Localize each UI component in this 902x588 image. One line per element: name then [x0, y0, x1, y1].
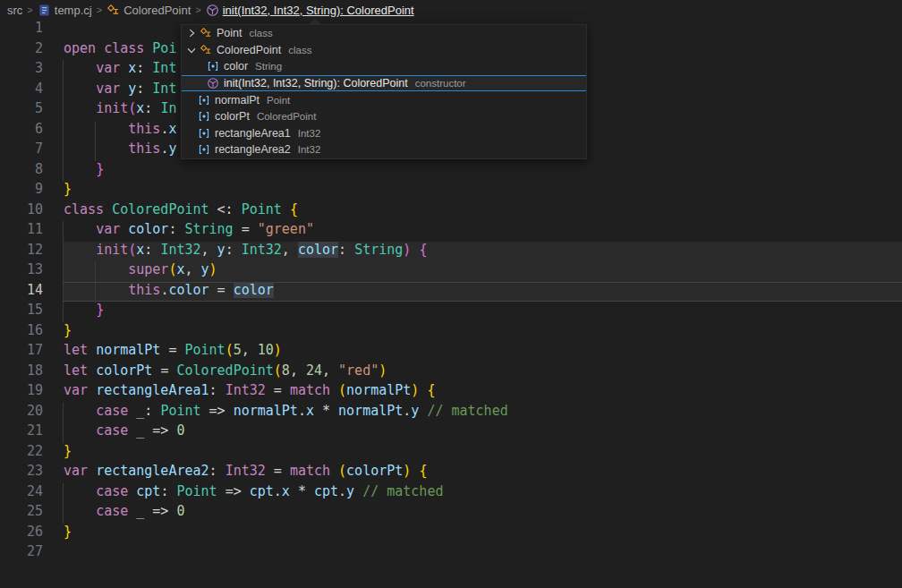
code-token: x [306, 403, 314, 419]
code-token [234, 242, 242, 258]
line-number[interactable]: 20 [0, 403, 43, 423]
line-number[interactable]: 18 [0, 362, 43, 383]
code-line[interactable]: case _ => 0 [64, 422, 184, 443]
line-number[interactable]: 3 [0, 60, 43, 81]
code-token: Point [242, 201, 282, 217]
code-token: class [104, 40, 144, 56]
code-token: y [168, 141, 176, 157]
line-number[interactable]: 13 [0, 261, 43, 282]
line-number[interactable]: 7 [0, 141, 43, 161]
code-line[interactable]: let normalPt = Point(5, 10) [64, 342, 282, 362]
code-token: case [96, 422, 128, 439]
code-line[interactable]: case _: Point => normalPt.x * normalPt.y… [64, 403, 508, 423]
symbol-label: rectangleArea1 [215, 127, 291, 140]
symbol-picker-row-point[interactable]: Pointclass [182, 25, 586, 42]
code-line[interactable]: var rectangleArea1: Int32 = match (norma… [64, 382, 435, 403]
code-line[interactable]: init(x: In [64, 100, 176, 121]
symbol-picker-row-color[interactable]: colorString [182, 58, 586, 75]
code-token [128, 503, 136, 519]
code-token: y [346, 483, 354, 499]
code-line[interactable]: this.x [64, 121, 176, 141]
code-token [128, 483, 136, 499]
symbol-picker-row-init[interactable]: init(Int32, Int32, String): ColoredPoint… [182, 75, 586, 92]
code-token: case [96, 483, 128, 499]
line-number[interactable]: 6 [0, 121, 43, 141]
code-token: , [242, 342, 250, 358]
symbol-label: init(Int32, Int32, String): ColoredPoint [224, 77, 408, 89]
code-line[interactable]: } [64, 322, 72, 343]
code-line[interactable]: class ColoredPoint <: Point { [64, 201, 298, 222]
breadcrumb-separator-icon: > [195, 0, 200, 20]
code-line[interactable]: } [64, 443, 72, 464]
line-number[interactable]: 5 [0, 100, 43, 121]
line-number[interactable]: 17 [0, 342, 43, 362]
line-number[interactable]: 21 [0, 422, 43, 443]
code-token [64, 261, 128, 277]
code-token [64, 100, 96, 116]
code-line[interactable]: } [64, 161, 104, 182]
chevron-right-icon[interactable] [185, 27, 198, 39]
line-number[interactable]: 12 [0, 242, 43, 262]
code-token: String [184, 221, 233, 237]
code-line[interactable]: var color: String = "green" [64, 221, 314, 242]
line-number[interactable]: 26 [0, 524, 43, 544]
code-line[interactable]: } [64, 524, 72, 544]
code-token [217, 463, 226, 479]
code-line[interactable]: init(x: Int32, y: Int32, color: String) … [64, 242, 427, 262]
chevron-down-icon[interactable] [185, 44, 198, 56]
symbol-picker-row-rectanglearea2[interactable]: rectangleArea2Int32 [182, 141, 586, 158]
code-line[interactable]: case cpt: Point => cpt.x * cpt.y // matc… [64, 483, 443, 504]
breadcrumb-label: ColoredPoint [123, 4, 191, 17]
code-token [144, 503, 152, 519]
code-line[interactable]: this.y [64, 141, 176, 161]
line-number[interactable]: 9 [0, 181, 43, 201]
code-token [290, 242, 298, 258]
code-line[interactable]: open class Poi [64, 40, 176, 61]
line-number[interactable]: 16 [0, 322, 43, 343]
line-number[interactable]: 8 [0, 161, 43, 182]
line-number[interactable]: 10 [0, 201, 43, 222]
symbol-picker-row-rectanglearea1[interactable]: rectangleArea1Int32 [182, 125, 586, 142]
code-token: init [96, 100, 128, 116]
line-number[interactable]: 11 [0, 221, 43, 242]
symbol-picker-row-coloredpoint[interactable]: ColoredPointclass [182, 42, 586, 59]
code-line[interactable]: } [64, 181, 72, 201]
code-token: } [96, 161, 104, 177]
breadcrumb-item-src[interactable]: src [7, 4, 22, 17]
code-line[interactable]: var y: Int [64, 81, 176, 101]
breadcrumb-label: src [7, 4, 22, 17]
symbol-picker-row-colorpt[interactable]: colorPtColoredPoint [182, 108, 586, 125]
code-line[interactable]: var rectangleArea2: Int32 = match (color… [64, 463, 427, 483]
code-line[interactable]: var x: Int [64, 60, 176, 81]
breadcrumb-item-temp-cj[interactable]: temp.cj [38, 4, 92, 17]
line-number[interactable]: 22 [0, 443, 43, 464]
code-token: : [144, 100, 152, 116]
line-number[interactable]: 27 [0, 543, 43, 564]
line-number[interactable]: 24 [0, 483, 43, 504]
code-token: Int [152, 81, 176, 97]
line-number[interactable]: 14 [0, 282, 43, 303]
symbol-picker-row-normalpt[interactable]: normalPtPoint [182, 91, 586, 108]
line-number[interactable]: 19 [0, 382, 43, 403]
code-line[interactable]: super(x, y) [64, 261, 217, 282]
breadcrumb-symbol-picker: PointclassColoredPointclasscolorStringin… [181, 24, 587, 159]
line-number[interactable]: 2 [0, 40, 43, 61]
code-token: x [282, 483, 290, 499]
breadcrumb-item-coloredpoint[interactable]: ColoredPoint [106, 4, 191, 17]
code-token [144, 422, 152, 439]
code-token: _ [136, 503, 144, 519]
code-line[interactable]: } [64, 302, 104, 322]
breadcrumb-item-init[interactable]: init(Int32, Int32, String): ColoredPoint [206, 4, 414, 17]
code-line[interactable]: case _ => 0 [64, 503, 184, 524]
line-number[interactable]: 23 [0, 463, 43, 483]
line-number[interactable]: 4 [0, 81, 43, 101]
code-token [266, 382, 274, 398]
code-line[interactable]: let colorPt = ColoredPoint(8, 24, "red") [64, 362, 387, 383]
line-number[interactable]: 15 [0, 302, 43, 322]
code-line[interactable]: this.color = color [64, 282, 274, 303]
line-number[interactable]: 25 [0, 503, 43, 524]
code-token: colorPt [96, 362, 152, 379]
code-token: , [282, 242, 290, 258]
line-number[interactable]: 1 [0, 20, 43, 40]
code-token: : [209, 382, 217, 398]
